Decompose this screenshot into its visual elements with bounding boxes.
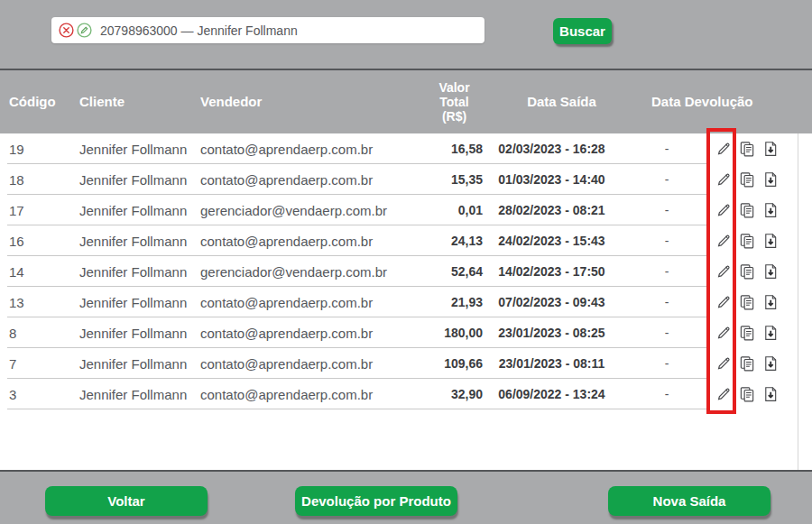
search-input[interactable]: 20798963000 — Jennifer Follmann xyxy=(51,17,484,43)
edit-pencil-icon[interactable] xyxy=(715,171,732,188)
cell-data-saida: 23/01/2023 - 08:25 xyxy=(483,326,621,340)
buscar-button[interactable]: Buscar xyxy=(553,18,612,44)
header-cliente: Cliente xyxy=(79,94,200,109)
cell-data-saida: 07/02/2023 - 09:43 xyxy=(483,295,621,309)
cell-valor-total: 52,64 xyxy=(406,264,483,279)
cell-valor-total: 0,01 xyxy=(406,203,483,217)
copy-document-icon[interactable] xyxy=(739,202,755,218)
row-actions xyxy=(713,325,812,341)
cell-cliente: Jennifer Follmann xyxy=(79,387,200,402)
table-row: 16 Jennifer Follmann contato@aprendaerp.… xyxy=(0,225,812,256)
cell-data-saida: 28/02/2023 - 08:21 xyxy=(483,203,621,217)
download-document-icon[interactable] xyxy=(762,294,779,310)
download-document-icon[interactable] xyxy=(762,386,779,402)
copy-document-icon[interactable] xyxy=(739,294,755,310)
cell-codigo: 13 xyxy=(0,295,79,310)
cell-valor-total: 15,35 xyxy=(406,172,483,187)
edit-pencil-icon[interactable] xyxy=(715,294,732,310)
cell-data-saida: 06/09/2022 - 13:24 xyxy=(483,387,621,401)
table-row: 14 Jennifer Follmann gerenciador@vendaer… xyxy=(0,256,812,287)
copy-document-icon[interactable] xyxy=(739,171,755,188)
copy-document-icon[interactable] xyxy=(739,386,755,402)
table-row: 17 Jennifer Follmann gerenciador@vendaer… xyxy=(0,195,812,225)
row-actions xyxy=(713,263,812,280)
voltar-button[interactable]: Voltar xyxy=(45,486,208,516)
download-document-icon[interactable] xyxy=(762,325,779,341)
cell-data-devolucao: - xyxy=(621,172,713,187)
cell-codigo: 17 xyxy=(0,203,79,218)
cell-data-saida: 24/02/2023 - 15:43 xyxy=(483,234,621,248)
cell-cliente: Jennifer Follmann xyxy=(79,234,200,249)
table-row: 7 Jennifer Follmann contato@aprendaerp.c… xyxy=(0,348,812,379)
table-row: 19 Jennifer Follmann contato@aprendaerp.… xyxy=(0,133,812,164)
copy-document-icon[interactable] xyxy=(739,325,755,341)
header-data-devolucao: Data Devolução xyxy=(621,94,713,109)
cell-vendedor: contato@aprendaerp.com.br xyxy=(200,326,406,341)
cell-cliente: Jennifer Follmann xyxy=(79,295,200,310)
cell-valor-total: 16,58 xyxy=(406,142,483,156)
edit-pencil-icon[interactable] xyxy=(715,355,732,372)
table-row: 13 Jennifer Follmann contato@aprendaerp.… xyxy=(0,287,812,317)
row-actions xyxy=(713,233,812,249)
cell-data-devolucao: - xyxy=(621,203,713,217)
cell-codigo: 16 xyxy=(0,234,79,249)
copy-document-icon[interactable] xyxy=(739,355,755,372)
edit-pencil-icon[interactable] xyxy=(715,141,732,157)
cell-cliente: Jennifer Follmann xyxy=(79,172,200,188)
download-document-icon[interactable] xyxy=(762,141,779,157)
cell-data-devolucao: - xyxy=(621,295,713,309)
table-row: 3 Jennifer Follmann contato@aprendaerp.c… xyxy=(0,379,812,409)
cell-vendedor: contato@aprendaerp.com.br xyxy=(200,295,406,310)
cell-data-devolucao: - xyxy=(621,234,713,248)
cell-vendedor: gerenciador@vendaerp.com.br xyxy=(200,203,406,218)
cell-data-saida: 02/03/2023 - 16:28 xyxy=(483,142,621,156)
footer-bar: Voltar Devolução por Produto Nova Saída xyxy=(0,470,812,524)
header-valor-total: Valor Total (R$) xyxy=(406,80,483,124)
cell-data-devolucao: - xyxy=(621,142,713,156)
cell-valor-total: 109,66 xyxy=(406,356,483,371)
edit-pencil-icon[interactable] xyxy=(715,233,732,249)
edit-pencil-icon[interactable] xyxy=(715,325,732,341)
devolucao-por-produto-button[interactable]: Devolução por Produto xyxy=(295,486,457,516)
download-document-icon[interactable] xyxy=(762,355,779,372)
cell-vendedor: contato@aprendaerp.com.br xyxy=(200,387,406,402)
clear-circle-x-icon[interactable] xyxy=(59,23,74,38)
cell-cliente: Jennifer Follmann xyxy=(79,356,200,372)
cell-data-saida: 14/02/2023 - 17:50 xyxy=(483,264,621,279)
cell-data-saida: 23/01/2023 - 08:11 xyxy=(483,356,621,371)
cell-cliente: Jennifer Follmann xyxy=(79,203,200,218)
edit-pencil-icon[interactable] xyxy=(715,263,732,280)
cell-data-devolucao: - xyxy=(621,356,713,371)
nova-saida-button[interactable]: Nova Saída xyxy=(608,486,770,516)
download-document-icon[interactable] xyxy=(762,263,779,280)
cell-valor-total: 21,93 xyxy=(406,295,483,309)
row-actions xyxy=(713,171,812,188)
cell-codigo: 19 xyxy=(0,142,79,157)
header-codigo: Código xyxy=(0,94,79,109)
cell-valor-total: 180,00 xyxy=(406,326,483,340)
edit-pencil-icon[interactable] xyxy=(715,202,732,218)
download-document-icon[interactable] xyxy=(762,202,779,218)
edit-pencil-icon[interactable] xyxy=(715,386,732,402)
cell-valor-total: 24,13 xyxy=(406,234,483,248)
copy-document-icon[interactable] xyxy=(739,263,755,280)
copy-document-icon[interactable] xyxy=(739,233,755,249)
row-actions xyxy=(713,202,812,218)
cell-vendedor: contato@aprendaerp.com.br xyxy=(200,356,406,372)
cell-cliente: Jennifer Follmann xyxy=(79,326,200,341)
table-row: 18 Jennifer Follmann contato@aprendaerp.… xyxy=(0,164,812,195)
cell-valor-total: 32,90 xyxy=(406,387,483,401)
cell-data-devolucao: - xyxy=(621,264,713,279)
copy-document-icon[interactable] xyxy=(739,141,755,157)
app-window: 20798963000 — Jennifer Follmann Buscar C… xyxy=(0,0,812,524)
cell-data-devolucao: - xyxy=(621,326,713,340)
cell-vendedor: contato@aprendaerp.com.br xyxy=(200,142,406,157)
cell-cliente: Jennifer Follmann xyxy=(79,264,200,280)
download-document-icon[interactable] xyxy=(762,171,779,188)
row-actions xyxy=(713,294,812,310)
row-actions xyxy=(713,141,812,157)
row-actions xyxy=(713,355,812,372)
download-document-icon[interactable] xyxy=(762,233,779,249)
edit-circle-pencil-icon[interactable] xyxy=(77,23,92,38)
table-header: Código Cliente Vendedor Valor Total (R$)… xyxy=(0,70,812,133)
